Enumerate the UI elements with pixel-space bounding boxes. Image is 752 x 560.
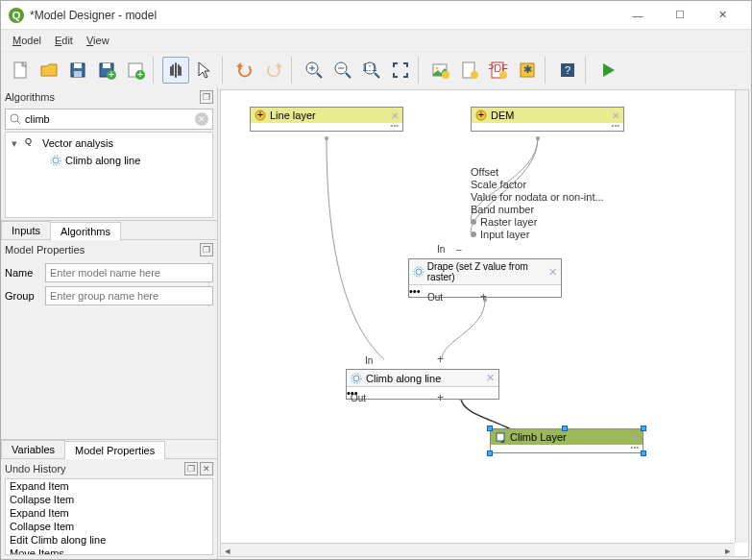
tab-variables[interactable]: Variables [1, 440, 65, 458]
selection-handle[interactable] [562, 426, 568, 431]
param-label: Scale factor [471, 179, 526, 190]
tree-expand-icon[interactable]: ▾ [12, 137, 21, 150]
svg-line-12 [317, 73, 322, 78]
tree-group-label: Vector analysis [42, 137, 113, 149]
help-button[interactable]: ? [554, 57, 581, 84]
panel-undock-icon[interactable]: ❐ [200, 243, 213, 256]
redo-button[interactable] [260, 57, 287, 84]
save-project-button[interactable]: + [122, 57, 149, 84]
node-remove-icon[interactable]: ✕ [612, 110, 619, 121]
node-remove-icon[interactable]: ✕ [391, 110, 399, 121]
undo-item[interactable]: Move Items [6, 547, 212, 555]
undo-item[interactable]: Collapse Item [6, 493, 212, 506]
export-image-button[interactable] [427, 57, 454, 84]
tab-algorithms[interactable]: Algorithms [50, 222, 121, 240]
search-icon [10, 113, 21, 125]
zoom-full-button[interactable] [387, 57, 414, 84]
selection-handle[interactable] [487, 450, 493, 456]
search-clear-icon[interactable]: ✕ [195, 112, 208, 126]
model-canvas[interactable]: + Line layer ✕ ••• + DEM ✕ ••• Offset Sc… [220, 89, 749, 557]
left-dock: Algorithms ❐ ✕ ▾ Q Vector analysis Climb… [1, 87, 218, 559]
svg-rect-2 [74, 63, 82, 68]
node-input-dem[interactable]: + DEM ✕ ••• [471, 107, 624, 132]
tab-inputs[interactable]: Inputs [1, 221, 51, 239]
model-name-input[interactable] [45, 263, 213, 282]
zoom-out-button[interactable] [329, 57, 356, 84]
node-input-line-layer[interactable]: + Line layer ✕ ••• [250, 107, 403, 132]
svg-point-33 [11, 114, 18, 122]
flow-connectors [221, 90, 748, 556]
undo-item[interactable]: Edit Climb along line [6, 533, 212, 547]
save-as-button[interactable]: + [93, 57, 120, 84]
export-python-button[interactable]: ✱ [514, 57, 541, 84]
node-remove-icon[interactable]: ✕ [548, 266, 557, 279]
node-remove-icon[interactable]: ✕ [631, 432, 639, 443]
selection-handle[interactable] [487, 426, 493, 431]
open-button[interactable] [36, 57, 62, 84]
undo-item[interactable]: Expand Item [6, 479, 212, 493]
selection-handle[interactable] [641, 450, 646, 456]
pan-button[interactable] [162, 57, 189, 84]
zoom-100-button[interactable]: 1:1 [358, 57, 385, 84]
node-more-icon[interactable]: ••• [409, 285, 421, 297]
minimize-button[interactable]: — [617, 1, 659, 30]
canvas-scroll-vertical[interactable] [735, 90, 748, 543]
panel-undock-icon[interactable]: ❐ [184, 462, 198, 475]
menu-edit[interactable]: Edit [49, 33, 79, 48]
svg-text:+: + [137, 68, 143, 80]
port-plus-icon[interactable]: + [437, 353, 444, 366]
selection-handle[interactable] [641, 426, 646, 431]
panel-close-icon[interactable]: ✕ [200, 462, 213, 475]
menu-model[interactable]: Model [7, 33, 47, 48]
undo-history-list[interactable]: Expand Item Collapse Item Expand Item Co… [5, 478, 213, 555]
node-remove-icon[interactable]: ✕ [486, 372, 495, 384]
tab-model-properties[interactable]: Model Properties [64, 441, 165, 459]
app-icon: Q [9, 8, 24, 23]
left-upper-tabs: Inputs Algorithms [1, 220, 217, 239]
algorithm-tree[interactable]: ▾ Q Vector analysis Climb along line [5, 132, 213, 218]
undo-button[interactable] [231, 57, 258, 84]
new-button[interactable] [7, 57, 34, 84]
collapse-icon[interactable]: – [456, 244, 462, 255]
qgis-icon: Q [25, 136, 38, 150]
model-properties-title: Model Properties [5, 244, 85, 256]
node-label: Drape (set Z value from raster) [427, 261, 545, 282]
gear-icon [50, 155, 61, 166]
algorithm-search-input[interactable] [21, 113, 195, 125]
node-more-icon[interactable]: ••• [612, 121, 619, 130]
svg-point-42 [416, 269, 422, 275]
tree-group-vector-analysis[interactable]: ▾ Q Vector analysis [8, 134, 210, 152]
zoom-in-button[interactable] [301, 57, 327, 84]
canvas-scroll-horizontal[interactable]: ◂▸ [221, 543, 735, 556]
algorithms-panel-header: Algorithms ❐ [1, 87, 217, 107]
export-pdf-button[interactable] [456, 57, 483, 84]
node-more-icon[interactable]: ••• [391, 121, 399, 130]
port-plus-icon[interactable]: + [480, 290, 487, 304]
algorithm-search[interactable]: ✕ [5, 109, 213, 130]
export-svg-button[interactable]: PDF [485, 57, 512, 84]
node-more-icon[interactable]: ••• [631, 443, 639, 451]
node-algorithm-climb-along-line[interactable]: Climb along line ✕ ••• [346, 369, 499, 400]
node-label: Climb Layer [510, 431, 567, 443]
save-button[interactable] [64, 57, 91, 84]
run-button[interactable] [594, 57, 621, 84]
svg-point-22 [436, 66, 439, 69]
svg-point-44 [353, 376, 359, 381]
select-button[interactable] [191, 57, 218, 84]
model-group-input[interactable] [45, 286, 213, 305]
port-plus-icon[interactable]: + [437, 391, 444, 404]
drape-params: Offset Scale factor Value for nodata or … [471, 165, 604, 240]
param-label: Value for nodata or non-int... [471, 191, 604, 203]
menu-view[interactable]: View [81, 33, 115, 48]
param-label: Input layer [480, 229, 529, 240]
panel-undock-icon[interactable]: ❐ [200, 90, 213, 104]
undo-history-title: Undo History [5, 463, 66, 475]
node-label: Line layer [270, 110, 316, 121]
node-output-climb-layer[interactable]: Climb Layer ✕ ••• [490, 428, 643, 453]
undo-item[interactable]: Collapse Item [6, 520, 212, 533]
close-button[interactable]: ✕ [701, 1, 743, 30]
model-group-label: Group [5, 290, 41, 302]
maximize-button[interactable]: ☐ [659, 1, 701, 30]
undo-item[interactable]: Expand Item [6, 506, 212, 520]
tree-item-climb-along-line[interactable]: Climb along line [8, 152, 210, 169]
